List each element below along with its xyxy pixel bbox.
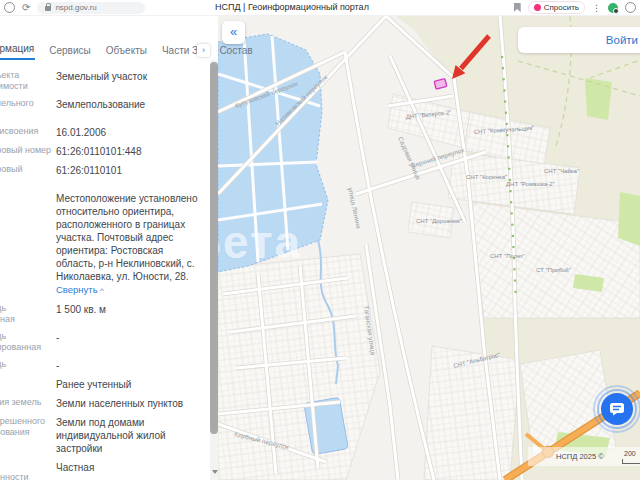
tab-scroll-button[interactable]: › [197, 44, 210, 57]
scrollbar-down-arrow[interactable] [212, 470, 218, 474]
field-label: Кадастровый номер [0, 145, 55, 156]
url-bar[interactable]: nspd.gov.ru [37, 2, 145, 14]
browser-actions: Спросить ⋮ [514, 1, 636, 14]
scale-bar [622, 459, 640, 464]
field-label: Дата присвоения [0, 126, 55, 137]
field-value: 1 500 кв. м [56, 303, 210, 325]
field-label: Форма собственности [0, 461, 55, 480]
info-row: Кадастровый квартал61:26:0110101 [0, 164, 210, 186]
tab-Объекты[interactable]: Объекты [105, 42, 148, 60]
tab-bar: ИнформацияСервисыОбъектыЧасти ЗУСостав [0, 40, 254, 60]
tab-Сервисы[interactable]: Сервисы [48, 42, 91, 60]
field-label: Площадь уточненная [0, 303, 55, 325]
field-label: Площадь [0, 359, 55, 370]
map-attribution: НСПД 2025 © 200 [528, 447, 640, 466]
info-row: Площадь декларированная- [0, 331, 210, 353]
app-window: ⟳ nspd.gov.ru НСПД | Геоинформационный п… [0, 0, 640, 480]
browser-tab-title: НСПД | Геоинформационный портал [215, 2, 369, 12]
info-row: Площадь- [0, 359, 210, 372]
info-row: Дата присвоения16.01.2006 [0, 126, 210, 139]
info-row: Кадастровый номер61:26:0110101:448 [0, 145, 210, 158]
tab-Информация[interactable]: Информация [0, 40, 35, 60]
scale-label: 200 [624, 450, 636, 457]
info-row: Ранее учтенный [0, 378, 210, 391]
extension-icon[interactable] [625, 2, 636, 13]
tab-Состав[interactable]: Состав [218, 42, 253, 60]
attribution-text: НСПД 2025 © [556, 452, 604, 461]
info-panel: ИнформацияСервисыОбъектыЧасти ЗУСостав ›… [0, 16, 218, 480]
chat-fab[interactable] [593, 385, 640, 433]
parcel-info-list: Вид объекта недвижимостиЗемельный участо… [0, 70, 210, 480]
info-row: Вид земельного участкаЗемлепользование [0, 98, 210, 120]
info-row: Категория земельЗемли населенных пунктов [0, 397, 210, 410]
selected-parcel[interactable] [434, 79, 447, 89]
map[interactable]: Бета Кутузовский переулокНахимовский пер… [218, 16, 640, 480]
field-label: Площадь декларированная [0, 331, 55, 353]
field-value: Землепользование [56, 98, 210, 120]
info-row: Местоположение установлено относительно … [0, 192, 210, 297]
url-text: nspd.gov.ru [55, 3, 96, 12]
collapse-caret-icon: ^ [98, 286, 104, 295]
info-row: Форма собственностиЧастная [0, 461, 210, 480]
field-label: Вид земельного участка [0, 98, 55, 120]
login-button[interactable]: Войти [606, 34, 640, 46]
info-row: Вид разрешенного использованияЗемли под … [0, 416, 210, 455]
collapse-link[interactable]: Свернуть [56, 284, 98, 295]
field-value: 16.01.2006 [56, 126, 210, 139]
browser-bar: ⟳ nspd.gov.ru НСПД | Геоинформационный п… [0, 0, 640, 16]
panel-scrollbar-thumb[interactable] [210, 62, 218, 434]
field-value: Частная [56, 461, 210, 480]
bookmark-icon[interactable] [514, 3, 521, 12]
info-row: Вид объекта недвижимостиЗемельный участо… [0, 70, 210, 92]
field-value: Земли населенных пунктов [56, 397, 210, 410]
snt-label: СТ "Прибой" [536, 267, 571, 273]
beta-watermark: Бета [218, 216, 302, 268]
assistant-icon [534, 4, 541, 11]
field-label: Вид разрешенного использования [0, 416, 55, 438]
snt-label: СНТ "Чайка" [544, 168, 579, 174]
field-value: - [56, 331, 210, 353]
login-bar: Войти [518, 27, 640, 53]
snt-label: СНТ "Полет" [490, 253, 525, 259]
browser-profile-icon[interactable] [4, 2, 15, 13]
chat-icon [609, 402, 625, 416]
panel-collapse-button[interactable]: « [222, 21, 245, 44]
field-value: Ранее учтенный [56, 378, 210, 391]
lock-icon [45, 6, 51, 11]
field-value: Земли под домами индивидуальной жилой за… [56, 416, 210, 455]
protect-icon[interactable] [608, 3, 618, 13]
field-value: Местоположение установлено относительно … [56, 192, 210, 297]
map-canvas: Бета Кутузовский переулокНахимовский пер… [218, 16, 640, 480]
snt-label: ДНТ "Ромашка-2" [506, 181, 555, 187]
field-value: - [56, 359, 210, 372]
ask-button[interactable]: Спросить [528, 1, 585, 14]
snt-label: СНТ "Дорожник" [416, 218, 462, 224]
field-label: Вид объекта недвижимости [0, 70, 55, 92]
field-value: 61:26:0110101:448 [56, 145, 210, 158]
browser-menu-icon[interactable]: ⋮ [592, 3, 601, 13]
field-value: Земельный участок [56, 70, 210, 92]
field-label: Кадастровый квартал [0, 164, 55, 186]
field-label: Категория земель [0, 397, 55, 408]
snt-label: СНТ "Коринка" [466, 174, 507, 180]
reload-icon[interactable]: ⟳ [22, 3, 30, 13]
ask-button-label: Спросить [544, 3, 579, 12]
info-row: Площадь уточненная1 500 кв. м [0, 303, 210, 325]
field-value: 61:26:0110101 [56, 164, 210, 186]
